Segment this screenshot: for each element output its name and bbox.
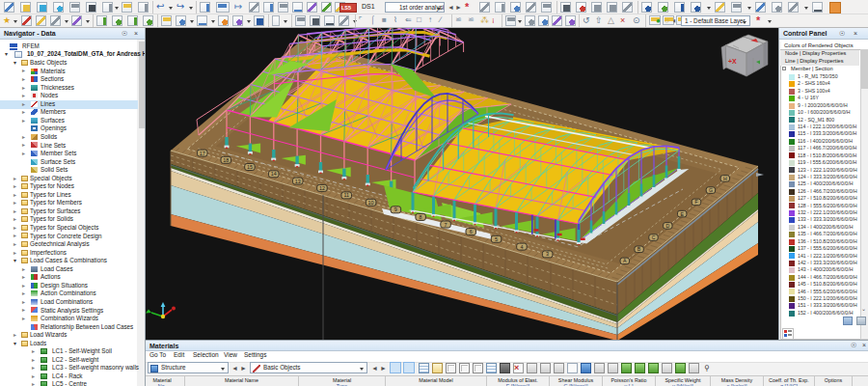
svg-text:8: 8 [420, 214, 422, 220]
svg-text:H: H [723, 176, 727, 181]
svg-text:15: 15 [247, 164, 253, 170]
svg-text:18: 18 [223, 157, 229, 163]
svg-text:9: 9 [394, 207, 397, 212]
svg-text:13: 13 [295, 179, 301, 184]
svg-text:10: 10 [368, 200, 374, 206]
svg-text:B: B [637, 246, 641, 252]
svg-text:7: 7 [445, 222, 448, 228]
svg-text:12: 12 [319, 185, 325, 191]
svg-text:4: 4 [520, 244, 523, 250]
svg-text:E: E [680, 211, 684, 217]
svg-text:+X: +X [728, 58, 737, 65]
svg-text:F: F [694, 199, 697, 205]
svg-text:14: 14 [271, 171, 277, 177]
svg-text:11: 11 [343, 192, 349, 198]
svg-text:3: 3 [546, 251, 549, 257]
svg-text:5: 5 [495, 236, 498, 242]
svg-text:6: 6 [470, 229, 473, 234]
svg-text:17: 17 [200, 151, 205, 156]
svg-text:C: C [652, 234, 656, 240]
svg-text:D: D [665, 223, 669, 229]
svg-text:G: G [709, 187, 713, 193]
svg-text:A: A [623, 258, 627, 263]
